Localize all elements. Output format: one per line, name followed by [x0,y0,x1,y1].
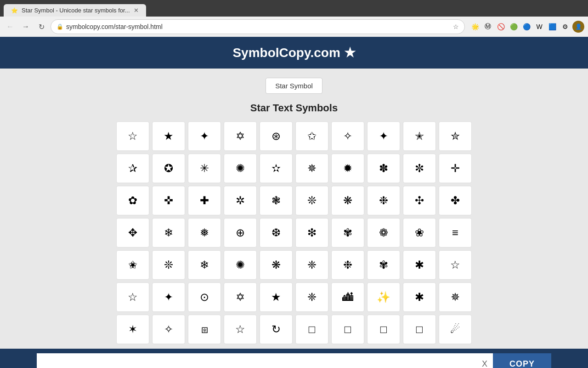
symbol-cell[interactable]: ✦ [152,282,185,312]
symbol-cell[interactable]: ✪ [152,154,185,183]
symbol-cell[interactable]: ❋ [260,250,293,280]
symbol-cell[interactable]: ❄ [188,250,221,280]
symbol-cell[interactable]: ❃ [260,186,293,215]
symbol-cell[interactable]: ✡ [224,282,257,312]
symbol-cell[interactable]: ✛ [439,154,472,183]
section-title: Star Text Symbols [250,102,338,114]
symbol-cell[interactable]: ❉ [331,250,364,280]
symbol-cell[interactable]: ★ [260,282,293,312]
symbol-cell[interactable]: ✬ [116,250,149,280]
ext-icon-2[interactable]: Ⓜ [482,21,493,32]
symbol-cell[interactable]: ❁ [367,218,400,247]
symbol-cell[interactable]: ✶ [116,315,149,344]
symbol-cell[interactable]: ❆ [260,218,293,247]
symbol-cell[interactable]: ✹ [331,154,364,183]
symbol-cell[interactable]: ✩ [295,121,328,151]
symbol-cell[interactable]: ❊ [152,250,185,280]
symbol-cell[interactable]: ⊙ [188,282,221,312]
copy-button[interactable]: COPY [493,353,551,368]
symbol-cell[interactable]: ✾ [331,218,364,247]
symbol-cell[interactable]: ✣ [403,186,436,215]
active-tab[interactable]: ⭐ Star Symbol - Unicode star symbols for… [4,4,146,17]
browser-extensions: 🌟 Ⓜ 🚫 🟢 🔵 W 🟦 ⚙ 👤 [469,21,584,33]
symbol-cell[interactable]: ✼ [403,154,436,183]
symbol-cell[interactable]: ⊛ [260,121,293,151]
symbol-cell[interactable]: ☆ [224,315,257,344]
bookmark-icon[interactable]: ☆ [453,23,459,30]
tag-button[interactable]: Star Symbol [266,78,322,94]
symbol-cell[interactable]: ↻ [260,315,293,344]
ext-icon-5[interactable]: 🔵 [521,21,532,32]
symbol-cell[interactable]: ☆ [116,282,149,312]
symbol-cell[interactable]: ✱ [403,250,436,280]
reload-button[interactable]: ↻ [35,20,48,33]
symbol-cell[interactable]: ★ [152,121,185,151]
bottom-bar: X COPY SHARE ⬆ Share ● Share 🐦 Tweet f S… [0,349,588,368]
symbol-cell[interactable]: ❈ [295,250,328,280]
symbol-cell[interactable]: ⧆ [188,315,221,344]
symbol-cell[interactable]: □ [331,315,364,344]
tab-favicon: ⭐ [11,7,18,14]
ext-icon-4[interactable]: 🟢 [508,21,519,32]
symbol-cell[interactable]: ✡ [224,121,257,151]
symbol-cell[interactable]: ❉ [367,186,400,215]
symbol-cell[interactable]: ❇ [295,218,328,247]
ext-icon-3[interactable]: 🚫 [495,21,506,32]
symbol-cell[interactable]: ☄ [439,315,472,344]
symbol-cell[interactable]: □ [403,315,436,344]
symbol-cell[interactable]: ✮ [439,121,472,151]
site-title: SymbolCopy.com ★ [232,46,355,60]
symbol-cell[interactable]: 🏙 [331,282,364,312]
symbol-cell[interactable]: ❊ [295,186,328,215]
symbol-cell[interactable]: ✳ [188,154,221,183]
symbol-cell[interactable]: ✦ [188,121,221,151]
symbol-cell[interactable]: ✺ [224,154,257,183]
symbol-cell[interactable]: ❈ [295,282,328,312]
symbol-cell[interactable]: ❅ [188,218,221,247]
symbol-cell[interactable]: ⊕ [224,218,257,247]
symbol-cell[interactable]: ✚ [188,186,221,215]
forward-button[interactable]: → [19,20,32,33]
ext-icon-6[interactable]: W [534,21,545,32]
symbol-cell[interactable]: ✜ [152,186,185,215]
symbol-cell[interactable]: ✦ [367,121,400,151]
symbol-cell[interactable]: ✲ [224,186,257,215]
page-content: Star Symbol Star Text Symbols ☆★✦✡⊛✩✧✦✭✮… [0,69,588,349]
tab-close-button[interactable]: ✕ [134,7,139,14]
symbol-cell[interactable]: ✰ [116,154,149,183]
tab-label: Star Symbol - Unicode star symbols for..… [22,7,130,14]
symbol-cell[interactable]: ✥ [116,218,149,247]
browser-chrome: ⭐ Star Symbol - Unicode star symbols for… [0,0,588,37]
ext-icon-1[interactable]: 🌟 [469,21,481,32]
ext-icon-7[interactable]: 🟦 [547,21,558,32]
user-avatar[interactable]: 👤 [572,21,584,33]
address-bar[interactable]: 🔒 symbolcopy.com/star-symbol.html ☆ [51,19,465,34]
symbol-cell[interactable]: ✵ [439,282,472,312]
symbol-cell[interactable]: ✺ [224,250,257,280]
symbol-cell[interactable]: ✭ [403,121,436,151]
symbol-cell[interactable]: ☆ [439,250,472,280]
symbol-cell[interactable]: ≡ [439,218,472,247]
symbol-cell[interactable]: ❋ [331,186,364,215]
symbol-cell[interactable]: ✧ [152,315,185,344]
browser-tab-bar: ⭐ Star Symbol - Unicode star symbols for… [0,0,588,17]
lock-icon: 🔒 [57,23,63,30]
symbol-cell[interactable]: ❄ [152,218,185,247]
symbol-cell[interactable]: ☆ [116,121,149,151]
symbol-cell[interactable]: ✤ [439,186,472,215]
symbol-cell[interactable]: ✽ [367,154,400,183]
symbol-cell[interactable]: ✫ [260,154,293,183]
ext-icon-8[interactable]: ⚙ [560,21,571,32]
copy-clear-button[interactable]: X [476,353,493,368]
symbol-cell[interactable]: ❀ [403,218,436,247]
symbol-cell[interactable]: ✱ [403,282,436,312]
back-button[interactable]: ← [4,20,17,33]
symbol-cell[interactable]: ✧ [331,121,364,151]
symbol-cell[interactable]: ✵ [295,154,328,183]
copy-input[interactable] [37,353,476,368]
symbol-cell[interactable]: □ [367,315,400,344]
symbol-cell[interactable]: □ [295,315,328,344]
symbol-cell[interactable]: ✿ [116,186,149,215]
symbol-cell[interactable]: ✨ [367,282,400,312]
symbol-cell[interactable]: ✾ [367,250,400,280]
